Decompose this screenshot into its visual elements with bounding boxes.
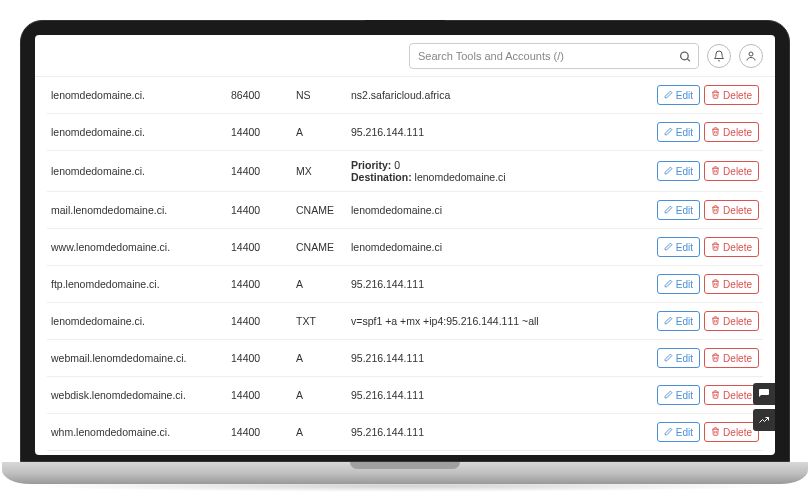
delete-button[interactable]: Delete	[704, 348, 759, 368]
record-data: v=spf1 +a +mx +ip4:95.216.144.111 ~all	[351, 315, 649, 327]
record-type: CNAME	[296, 241, 351, 253]
edit-button[interactable]: Edit	[657, 385, 700, 405]
laptop-screen-bezel: lenomdedomaine.ci.86400NSns2.safaricloud…	[20, 20, 790, 462]
record-ttl: 86400	[231, 89, 296, 101]
search-input[interactable]	[409, 43, 699, 69]
delete-button[interactable]: Delete	[704, 200, 759, 220]
record-ttl: 14400	[231, 278, 296, 290]
record-actions: EditDelete	[649, 385, 759, 405]
delete-label: Delete	[723, 316, 752, 327]
record-name: webdisk.lenomdedomaine.ci.	[51, 389, 231, 401]
record-ttl: 14400	[231, 315, 296, 327]
record-actions: EditDelete	[649, 237, 759, 257]
record-value: 95.216.144.111	[351, 278, 424, 290]
record-name: ftp.lenomdedomaine.ci.	[51, 278, 231, 290]
record-ttl: 14400	[231, 241, 296, 253]
record-ttl: 14400	[231, 389, 296, 401]
record-type: A	[296, 278, 351, 290]
record-ttl: 14400	[231, 426, 296, 438]
record-value: v=spf1 +a +mx +ip4:95.216.144.111 ~all	[351, 315, 539, 327]
edit-button[interactable]: Edit	[657, 274, 700, 294]
edit-label: Edit	[676, 353, 693, 364]
record-data: 95.216.144.111	[351, 278, 649, 290]
table-row: webdisk.lenomdedomaine.ci.14400A95.216.1…	[47, 377, 763, 414]
edit-button[interactable]: Edit	[657, 122, 700, 142]
table-row: webmail.lenomdedomaine.ci.14400A95.216.1…	[47, 340, 763, 377]
floating-buttons	[753, 383, 775, 431]
delete-button[interactable]: Delete	[704, 274, 759, 294]
record-value: lenomdedomaine.ci	[351, 204, 442, 216]
delete-button[interactable]: Delete	[704, 385, 759, 405]
record-value: 95.216.144.111	[351, 126, 424, 138]
delete-button[interactable]: Delete	[704, 422, 759, 442]
support-button[interactable]	[753, 383, 775, 405]
table-row: whm.lenomdedomaine.ci.14400A95.216.144.1…	[47, 414, 763, 451]
record-data: 95.216.144.111	[351, 426, 649, 438]
record-type: A	[296, 126, 351, 138]
mx-destination-label: Destination:	[351, 171, 412, 183]
record-actions: EditDelete	[649, 200, 759, 220]
pencil-icon	[664, 90, 673, 101]
edit-label: Edit	[676, 390, 693, 401]
delete-button[interactable]: Delete	[704, 161, 759, 181]
record-value: ns2.safaricloud.africa	[351, 89, 450, 101]
delete-button[interactable]: Delete	[704, 311, 759, 331]
edit-button[interactable]: Edit	[657, 85, 700, 105]
edit-button[interactable]: Edit	[657, 200, 700, 220]
stats-button[interactable]	[753, 409, 775, 431]
app-window: lenomdedomaine.ci.86400NSns2.safaricloud…	[35, 35, 775, 455]
search-container	[409, 43, 699, 69]
top-bar	[35, 35, 775, 77]
trash-icon	[711, 90, 720, 101]
delete-label: Delete	[723, 90, 752, 101]
trash-icon	[711, 205, 720, 216]
delete-button[interactable]: Delete	[704, 85, 759, 105]
record-value: lenomdedomaine.ci	[351, 241, 442, 253]
record-type: NS	[296, 89, 351, 101]
record-ttl: 14400	[231, 126, 296, 138]
record-value: 95.216.144.111	[351, 389, 424, 401]
pencil-icon	[664, 353, 673, 364]
delete-label: Delete	[723, 390, 752, 401]
record-actions: EditDelete	[649, 122, 759, 142]
record-name: lenomdedomaine.ci.	[51, 89, 231, 101]
trash-icon	[711, 279, 720, 290]
record-name: mail.lenomdedomaine.ci.	[51, 204, 231, 216]
trash-icon	[711, 127, 720, 138]
edit-button[interactable]: Edit	[657, 311, 700, 331]
table-row: cpcalendars.lenomdedomaine.ci.14400A95.2…	[47, 451, 763, 455]
delete-label: Delete	[723, 279, 752, 290]
pencil-icon	[664, 316, 673, 327]
edit-button[interactable]: Edit	[657, 422, 700, 442]
edit-label: Edit	[676, 166, 693, 177]
table-row: ftp.lenomdedomaine.ci.14400A95.216.144.1…	[47, 266, 763, 303]
delete-label: Delete	[723, 205, 752, 216]
record-name: lenomdedomaine.ci.	[51, 165, 231, 177]
record-actions: EditDelete	[649, 85, 759, 105]
delete-label: Delete	[723, 353, 752, 364]
record-type: A	[296, 389, 351, 401]
notifications-button[interactable]	[707, 44, 731, 68]
edit-button[interactable]: Edit	[657, 161, 700, 181]
record-name: lenomdedomaine.ci.	[51, 315, 231, 327]
edit-button[interactable]: Edit	[657, 348, 700, 368]
trash-icon	[711, 390, 720, 401]
delete-label: Delete	[723, 166, 752, 177]
delete-button[interactable]: Delete	[704, 122, 759, 142]
user-account-button[interactable]	[739, 44, 763, 68]
edit-button[interactable]: Edit	[657, 237, 700, 257]
edit-label: Edit	[676, 316, 693, 327]
record-actions: EditDelete	[649, 422, 759, 442]
record-data: Priority: 0Destination: lenomdedomaine.c…	[351, 159, 649, 183]
table-row: mail.lenomdedomaine.ci.14400CNAMElenomde…	[47, 192, 763, 229]
mx-priority-value: 0	[394, 159, 400, 171]
record-data: lenomdedomaine.ci	[351, 204, 649, 216]
delete-label: Delete	[723, 427, 752, 438]
delete-button[interactable]: Delete	[704, 237, 759, 257]
pencil-icon	[664, 390, 673, 401]
pencil-icon	[664, 242, 673, 253]
pencil-icon	[664, 205, 673, 216]
svg-line-1	[687, 58, 690, 61]
table-row: www.lenomdedomaine.ci.14400CNAMElenomded…	[47, 229, 763, 266]
table-row: lenomdedomaine.ci.14400TXTv=spf1 +a +mx …	[47, 303, 763, 340]
